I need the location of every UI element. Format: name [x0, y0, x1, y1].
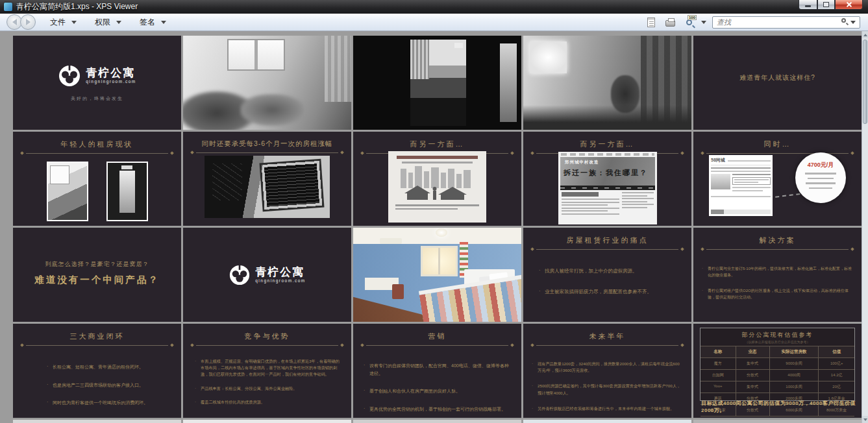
table-header: 业态 [736, 346, 770, 358]
slide-title: 竞争与优势 [183, 332, 351, 341]
brand-logo: 青柠公寓 qingningroom.com [58, 64, 136, 88]
slide-21-partial [13, 420, 181, 423]
slide-title: 房屋租赁行业的痛点 [523, 236, 691, 245]
table-cell: You+ [701, 381, 736, 393]
diamond-icon [360, 151, 364, 155]
table-cell: 魔方 [701, 358, 736, 370]
dark-floor [523, 105, 691, 130]
title-divider [21, 152, 173, 154]
zoom-level-badge: 100 [688, 15, 697, 20]
menu-permission[interactable]: 权限 [95, 17, 121, 28]
question-text: 难道青年人就该这样住? [693, 73, 862, 82]
slide-09-news-webpage: 而另一方面… 郑州城中村改造 拆迁一族：我住哪里？ [523, 132, 691, 226]
bedroom-photo [353, 228, 521, 322]
question-line-1: 到底怎么选择？是豪宅？还是窝居？ [13, 260, 181, 269]
diamond-icon [530, 247, 534, 251]
title-divider [191, 344, 343, 346]
slide-title: 解决方案 [693, 236, 862, 245]
slide-19-next-half-year: 未来半年 现有产品数量1200套，3240间房间，接房数量2000余人，满租后每… [523, 324, 691, 418]
title-divider [701, 248, 854, 250]
title-divider [531, 344, 684, 346]
chevron-down-icon [161, 21, 166, 24]
toolbar: 文件 权限 签名 100 [0, 14, 868, 31]
vertical-scrollbar[interactable] [862, 31, 868, 423]
menu-signature[interactable]: 签名 [140, 17, 166, 28]
diamond-icon [701, 151, 704, 155]
slide-15-solution: 解决方案 青柠公寓与业主签订5-10年的租约，提供装修方案，标准化施工，标准化配… [693, 228, 862, 322]
bullet-item: 青柠公寓与业主签订5-10年的租约，提供装修方案，标准化施工，标准化配置，标准化… [702, 266, 853, 279]
wall-sign [454, 43, 463, 48]
blackboard-photo [205, 156, 330, 218]
slide-11-middle-product: 到底怎么选择？是豪宅？还是窝居？ 难道没有一个中间产品？ [13, 228, 181, 322]
bullet-item: 另外青柠旗舰店已经在装修和筹备进行当中，未来半年内将建一个城市旗舰。 [532, 405, 683, 412]
zoom-button[interactable]: 100 [682, 16, 695, 29]
slide-08-newspaper: 而另一方面… [353, 132, 521, 226]
photo-right [106, 162, 148, 221]
diamond-icon [680, 151, 684, 155]
diamond-icon [340, 151, 344, 154]
print-button[interactable] [663, 16, 676, 29]
site-logo: 58同城 [711, 157, 725, 163]
slide-03-photo-narrow-room [353, 36, 521, 130]
table-cell: 分散式 [736, 370, 770, 381]
title-divider [21, 344, 173, 346]
diamond-icon [20, 343, 24, 347]
document-viewport[interactable]: 青柠公寓 qingningroom.com 美好的，终将会发生 [0, 31, 868, 423]
diamond-icon [510, 151, 514, 155]
qingning-logo-icon [58, 64, 81, 88]
diamond-icon [530, 343, 534, 347]
page-grid: 青柠公寓 qingningroom.com 美好的，终将会发生 [0, 31, 868, 423]
bright-window [530, 42, 567, 73]
subhead-bar [402, 162, 473, 163]
slide-05-question: 难道青年人就该这样住? [693, 36, 862, 130]
zoom-dropdown-caret[interactable] [701, 21, 706, 24]
title-divider [191, 151, 343, 154]
door-strip [500, 43, 517, 122]
search-dropdown-caret[interactable] [850, 21, 856, 24]
air-conditioner [380, 238, 402, 244]
table-header: 实际运营房数 [770, 346, 819, 358]
maximize-button[interactable] [817, 0, 835, 10]
menu-file[interactable]: 文件 [50, 17, 77, 28]
table-cell: 自如网 [701, 370, 736, 381]
photo-left [47, 162, 88, 221]
close-button[interactable] [835, 0, 863, 10]
room-photo [183, 36, 351, 130]
close-icon [846, 1, 852, 8]
rent-price: 4700元/月 [795, 161, 846, 169]
slide-18-marketing: 营销 设有专门的自媒体营销团队，配合官网、400电话、微信、微博等各种途径。 基… [353, 324, 521, 418]
window-title: 青柠公寓简约版1.xps - XPS Viewer [16, 1, 138, 12]
slide-title: 同时还要承受每3-6个月一次的房租涨幅 [183, 139, 351, 149]
back-icon [9, 19, 17, 25]
diamond-icon [510, 343, 514, 347]
diamond-icon [170, 151, 174, 155]
scroll-down-button[interactable] [862, 416, 868, 423]
bullet-item: 同时也为青柠客提供一个吃喝玩乐的消费闭环。 [47, 399, 166, 407]
diamond-icon [680, 247, 684, 251]
listing-thumbnail [711, 174, 730, 189]
forward-button[interactable] [20, 14, 36, 30]
scrollbar-thumb[interactable] [863, 40, 867, 124]
arrow-up-icon [863, 34, 867, 36]
slide-24-partial [523, 420, 691, 423]
search-input[interactable] [712, 16, 860, 29]
minimize-button[interactable] [799, 0, 817, 10]
bullet-item: 也是房地产二三四级市场联动的客户接入口。 [47, 381, 166, 389]
bullet-list: 现有产品数量1200套，3240间房间，接房数量2000余人，满租后每年现金流6… [532, 361, 683, 412]
page-view-button[interactable] [645, 16, 658, 29]
diamond-icon [360, 343, 364, 347]
diamond-icon [701, 247, 704, 251]
arrow-down-icon [863, 418, 867, 421]
room-photo [523, 36, 691, 130]
cover-tagline: 美好的，终将会发生 [71, 95, 123, 102]
app-icon [4, 3, 12, 11]
scroll-up-button[interactable] [862, 31, 868, 38]
menu-bar: 文件 权限 签名 [50, 17, 166, 28]
dark-nav-bar [560, 186, 655, 190]
diamond-icon [850, 151, 854, 155]
search-area [712, 16, 860, 29]
diamond-icon [680, 343, 684, 347]
bullet-list: 找房人被经常打扰，加上中介的虚假房源。 业主被家装搞得筋疲力尽，房屋配置也参差不… [539, 267, 676, 296]
photo-texture [212, 163, 242, 201]
bullet-list: 长租公寓、短租公寓、青年酒店的租住闭环。 也是房地产二三四级市场联动的客户接入口… [47, 363, 166, 407]
